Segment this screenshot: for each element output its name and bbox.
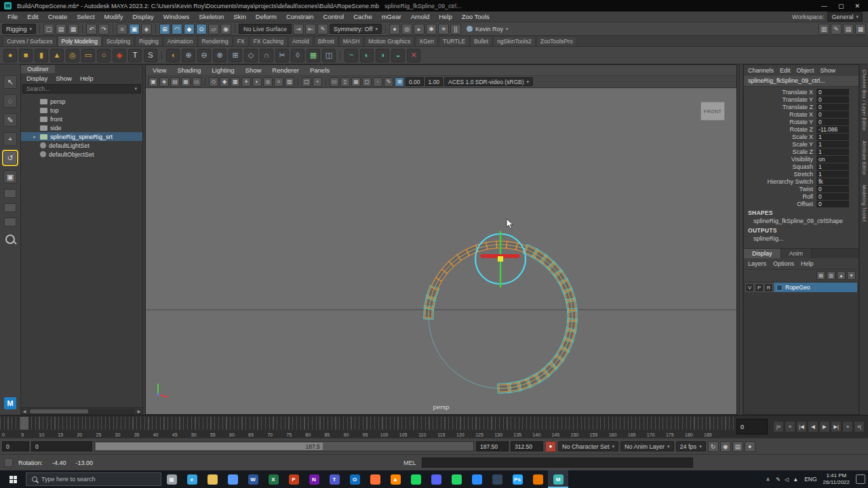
layer-move-down-icon[interactable]: ▼ (847, 271, 856, 280)
outliner-item[interactable]: ▸ splineRig_spineRig_srt (21, 132, 142, 141)
layer-reference-toggle[interactable]: R (764, 283, 773, 292)
discord-icon[interactable] (426, 470, 446, 488)
menu-item[interactable]: Control (319, 13, 349, 20)
outliner-item[interactable]: side (21, 123, 142, 132)
multisample-aa-icon[interactable]: ▨ (285, 77, 294, 87)
scroll-left-icon[interactable]: ◀ (21, 408, 28, 415)
playback-start-field[interactable]: 0 (31, 441, 92, 451)
zoom-icon[interactable] (467, 470, 487, 488)
outliner-menu-item[interactable]: Help (80, 75, 94, 82)
play-backwards-button[interactable]: ◀ (808, 421, 818, 432)
exposure-field[interactable]: 0.00 (406, 77, 424, 86)
minimize-button[interactable]: — (821, 3, 827, 9)
graph-editor-icon[interactable]: ▤ (732, 441, 743, 452)
select-by-hierarchy-icon[interactable]: ≡ (117, 24, 127, 35)
channel-value-field[interactable]: 1 (816, 148, 849, 155)
shelf-tab[interactable]: Bifrost (314, 36, 338, 46)
menu-set-selector[interactable]: Rigging ▾ (2, 24, 36, 34)
shape-node-name[interactable]: splineRig_fkSpline_09_ctrlShape (744, 217, 859, 225)
snap-to-projected-center-icon[interactable]: ⊙ (196, 24, 207, 35)
type-tool-icon[interactable]: T (128, 49, 142, 62)
channel-value-field[interactable]: 0 (816, 119, 849, 125)
bookmarks-icon[interactable]: ▦ (181, 77, 191, 87)
anim-layer-selector[interactable]: No Anim Layer ▾ (620, 441, 674, 451)
select-camera-icon[interactable]: ▣ (149, 77, 158, 87)
xray-icon[interactable]: ▢ (302, 77, 311, 87)
sidebar-tab[interactable]: Channel Box / Layer Editor (862, 70, 867, 131)
zoo-tool-icon-1[interactable]: ◐ (360, 49, 374, 62)
language-indicator[interactable]: ENG (804, 476, 816, 483)
image-plane-icon[interactable]: ▭ (192, 77, 201, 87)
shelf-tab[interactable]: XGen (415, 36, 438, 46)
lock-camera-icon[interactable]: ◈ (159, 77, 169, 87)
step-forward-key-button[interactable]: ▶| (831, 421, 842, 432)
shelf-tab[interactable]: Motion Graphics (364, 36, 414, 46)
menu-item[interactable]: Arnold (406, 13, 434, 20)
poly-cylinder-icon[interactable]: ▮ (35, 49, 48, 62)
layer-color-swatch[interactable] (776, 285, 783, 291)
output-node-name[interactable]: splineRig... (744, 235, 859, 243)
Rotate Z[interactable]: Rotate Z -11.086 (744, 125, 859, 133)
range-slider-handle[interactable]: 187.5 (96, 443, 323, 450)
output-connections-icon[interactable]: ⇤ (305, 24, 316, 35)
layer-editor-menu-item[interactable]: Layers (748, 260, 766, 267)
grid-icon[interactable]: ⊞ (395, 77, 404, 87)
user-account-chip[interactable]: Kevin Roy ▾ (462, 26, 513, 33)
blender-icon[interactable] (528, 470, 548, 488)
scale-tool[interactable]: ▣ (3, 170, 17, 184)
shelf-tab[interactable]: Poly Modeling (58, 36, 102, 46)
poly-sphere-icon[interactable]: ● (3, 49, 17, 62)
field-chart-icon[interactable]: ▦ (351, 77, 361, 87)
menu-item[interactable]: Modify (100, 13, 128, 20)
layer-editor-tab[interactable]: Display (744, 249, 781, 258)
fk-control-manipulator[interactable] (475, 231, 526, 287)
network-icon[interactable]: ▲ (793, 476, 798, 483)
layer-editor-menu-item[interactable]: Help (801, 260, 814, 267)
svg-tool-icon[interactable]: S (144, 49, 157, 62)
channel-value-field[interactable]: 0 (816, 193, 849, 200)
symmetry-selector[interactable]: Symmetry: Off ▾ (330, 24, 382, 34)
menu-item[interactable]: Display (128, 13, 159, 20)
outliner-toggle-icon[interactable]: ▥ (818, 24, 829, 35)
go-to-end-button[interactable]: »| (854, 421, 865, 432)
textured-icon[interactable]: ▩ (231, 77, 240, 87)
poly-cube-icon[interactable]: ■ (19, 49, 33, 62)
scroll-right-icon[interactable]: ▶ (136, 408, 142, 415)
outliner-menu-item[interactable]: Display (26, 75, 47, 82)
rotate-tool[interactable]: ↺ (3, 151, 17, 165)
menu-item[interactable]: Constrain (281, 13, 319, 20)
edge-icon[interactable]: e (182, 470, 202, 488)
menu-item[interactable]: Help (434, 13, 457, 20)
layer-editor-tab[interactable]: Anim (781, 249, 812, 258)
layer-new-empty-icon[interactable]: ▤ (816, 271, 825, 280)
command-language-toggle[interactable]: MEL (403, 460, 416, 466)
shelf-tab[interactable]: Rendering (198, 36, 233, 46)
command-history-icon[interactable] (4, 458, 13, 467)
photoshop-icon[interactable]: Ps (507, 470, 528, 488)
expand-arrow-icon[interactable]: ▸ (32, 134, 37, 140)
outliner-item[interactable]: top (21, 106, 142, 115)
tray-expand-icon[interactable]: ∧ (766, 476, 770, 483)
film-gate-icon[interactable]: ▯ (340, 77, 350, 87)
menu-item[interactable]: Skin (229, 13, 250, 20)
excel-icon[interactable]: X (263, 470, 283, 488)
screen-space-ao-icon[interactable]: ◎ (263, 77, 273, 87)
joints-xray-icon[interactable]: + (313, 77, 322, 87)
scroll-handle[interactable] (30, 409, 88, 413)
outliner-panel-tab[interactable]: Outliner (21, 65, 55, 73)
Roll[interactable]: Roll 0 (744, 192, 859, 200)
step-forward-frame-button[interactable]: » (842, 421, 853, 432)
Scale Y[interactable]: Scale Y 1 (744, 140, 859, 148)
anim-start-field[interactable]: 0 (2, 441, 29, 451)
outliner-item[interactable]: persp (21, 97, 142, 106)
input-connections-icon[interactable]: ⇥ (293, 24, 304, 35)
channel-box-menu-item[interactable]: Show (821, 67, 836, 74)
layer-visible-toggle[interactable]: V (745, 283, 754, 292)
select-tool[interactable]: ↖ (3, 75, 17, 89)
viewport-menu-item[interactable]: Show (245, 66, 262, 74)
multi-cut-icon[interactable]: ✂ (275, 49, 289, 62)
maya-icon[interactable]: M (548, 470, 568, 488)
light-editor-icon[interactable]: ☀ (438, 24, 449, 35)
sidebar-tab[interactable]: Modeling Toolkit (862, 185, 867, 222)
step-back-frame-button[interactable]: « (785, 421, 795, 432)
